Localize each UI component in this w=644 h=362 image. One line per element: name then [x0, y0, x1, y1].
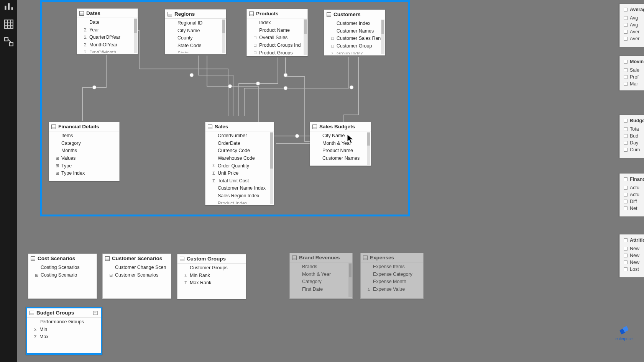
- calculator-icon: ⊞: [34, 273, 39, 277]
- svg-rect-2: [11, 7, 13, 10]
- svg-rect-3: [5, 20, 13, 28]
- sigma-icon: Σ: [212, 179, 216, 183]
- svg-rect-8: [5, 38, 8, 41]
- panel-moving[interactable]: Movin Sale Prof Mar: [619, 56, 644, 90]
- table-icon: [31, 256, 35, 261]
- table-icon: [51, 124, 56, 129]
- table-icon: [363, 256, 368, 260]
- svg-rect-0: [5, 6, 6, 10]
- table-title: Sales: [215, 124, 228, 129]
- table-icon: [168, 12, 172, 16]
- table-icon: [312, 124, 317, 129]
- svg-line-10: [8, 39, 11, 43]
- sigma-icon: Σ: [83, 36, 87, 40]
- hierarchy-icon: □: [253, 51, 257, 55]
- table-icon: [327, 12, 331, 17]
- table-title: Financial Details: [58, 124, 99, 129]
- sigma-icon: Σ: [184, 274, 188, 278]
- table-title: Custom Groups: [187, 256, 226, 262]
- sigma-icon: Σ: [367, 287, 371, 292]
- calculator-icon: ⊞: [55, 171, 59, 175]
- panel-financials[interactable]: Financ Actu Actu Diff Net: [619, 174, 644, 216]
- calculator-icon: ⊞: [55, 164, 59, 168]
- model-canvas[interactable]: Dates Date ΣYear ΣQuarterOfYear ΣMonthOf…: [17, 0, 644, 362]
- model-view-icon[interactable]: [4, 37, 14, 48]
- table-financial-details[interactable]: Financial Details Items Category Months …: [49, 122, 120, 181]
- hierarchy-icon: □: [330, 44, 335, 48]
- table-icon: [30, 311, 34, 315]
- sigma-icon: Σ: [83, 43, 87, 47]
- table-icon: [208, 124, 212, 129]
- table-brand-revenues[interactable]: Brand Revenues Brands Month & Year Categ…: [289, 253, 353, 299]
- table-title: Budget Groups: [36, 310, 74, 316]
- table-icon: [292, 256, 297, 260]
- panel-averages[interactable]: Averag Avg Avg Aver Aver: [619, 4, 644, 47]
- table-title: Regions: [174, 11, 195, 17]
- table-title: Dates: [86, 10, 100, 16]
- table-regions[interactable]: Regions Regional ID City Name County Sta…: [165, 9, 226, 54]
- table-title: Sales Budgets: [319, 124, 355, 129]
- table-custom-groups[interactable]: Custom Groups Customer Groups ΣMin Rank …: [177, 254, 246, 299]
- svg-rect-1: [8, 3, 9, 10]
- table-icon: [105, 256, 110, 261]
- sigma-icon: Σ: [212, 164, 216, 168]
- table-icon: [180, 257, 184, 261]
- table-dates[interactable]: Dates Date ΣYear ΣQuarterOfYear ΣMonthOf…: [77, 8, 138, 54]
- table-icon: [249, 11, 254, 16]
- left-sidebar: [0, 0, 17, 362]
- sigma-icon: Σ: [184, 281, 188, 285]
- table-sales[interactable]: Sales OrderNumber OrderDate Currency Cod…: [205, 122, 274, 205]
- table-customers[interactable]: Customers Customer Index Customer Names …: [324, 10, 385, 56]
- panel-budgets[interactable]: Budge Tota Bud Day Cum: [619, 115, 644, 158]
- report-view-icon[interactable]: [4, 2, 14, 13]
- table-title: Products: [256, 11, 279, 16]
- table-title: Expenses: [370, 255, 394, 260]
- sigma-icon: Σ: [83, 28, 87, 32]
- table-budget-groups[interactable]: Budget Groups − Performance Groups ΣMin …: [26, 307, 102, 355]
- table-products[interactable]: Products Index Product Name □Overall Sal…: [246, 9, 308, 56]
- table-title: Cost Scenarios: [38, 256, 75, 261]
- table-sales-budgets[interactable]: Sales Budgets City Name Month & Year Pro…: [310, 122, 371, 166]
- table-cost-scenarios[interactable]: Cost Scenarios Costing Scenarios ⊞Costin…: [28, 254, 97, 299]
- svg-rect-9: [10, 43, 13, 46]
- table-customer-scenarios[interactable]: Customer Scenarios Customer Change Scen …: [102, 254, 171, 299]
- sigma-icon: Σ: [33, 328, 38, 332]
- table-title: Customer Scenarios: [112, 256, 162, 261]
- hierarchy-icon: □: [253, 43, 257, 48]
- hierarchy-icon: □: [330, 37, 335, 41]
- calculator-icon: ⊞: [55, 156, 59, 161]
- sigma-icon: Σ: [33, 335, 38, 339]
- sigma-icon: Σ: [330, 52, 335, 54]
- data-view-icon[interactable]: [4, 19, 14, 31]
- collapse-icon[interactable]: −: [93, 311, 98, 315]
- table-icon: [79, 11, 84, 16]
- table-expenses[interactable]: Expenses Expense Items Expense Category …: [360, 253, 424, 299]
- panel-attrition[interactable]: Attritio New New New Lost: [619, 234, 644, 277]
- hierarchy-icon: □: [253, 36, 257, 40]
- table-title: Brand Revenues: [299, 255, 340, 260]
- sigma-icon: Σ: [212, 171, 216, 175]
- table-title: Customers: [334, 11, 361, 17]
- calculator-icon: ⊞: [109, 273, 113, 277]
- brand-logo: enterprise: [616, 325, 632, 341]
- sigma-icon: Σ: [83, 51, 87, 53]
